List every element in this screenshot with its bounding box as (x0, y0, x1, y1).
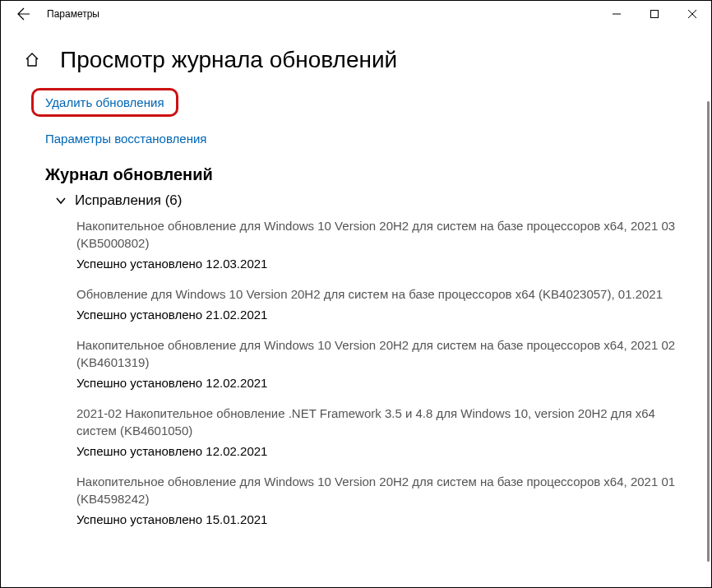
quality-updates-group[interactable]: Исправления (6) (55, 192, 678, 209)
page-header: Просмотр журнала обновлений (1, 47, 711, 73)
back-arrow-icon (17, 7, 30, 21)
group-label: Исправления (6) (75, 192, 182, 209)
action-links: Удалить обновления Параметры восстановле… (1, 88, 711, 146)
update-status: Успешно установлено 15.01.2021 (76, 512, 678, 526)
scrollbar[interactable] (707, 101, 710, 562)
history-heading: Журнал обновлений (45, 165, 678, 184)
update-status: Успешно установлено 21.02.2021 (76, 308, 678, 322)
update-status: Успешно установлено 12.02.2021 (76, 444, 678, 458)
close-button[interactable] (673, 1, 711, 27)
update-title: 2021-02 Накопительное обновление .NET Fr… (76, 405, 678, 439)
uninstall-updates-link[interactable]: Удалить обновления (31, 88, 178, 117)
content-area: Просмотр журнала обновлений Удалить обно… (1, 27, 711, 587)
close-icon (688, 10, 696, 18)
maximize-button[interactable] (636, 1, 673, 27)
home-icon[interactable] (24, 52, 40, 68)
update-item: Накопительное обновление для Windows 10 … (76, 336, 678, 390)
recovery-options-link[interactable]: Параметры восстановления (45, 132, 711, 146)
minimize-icon (613, 10, 621, 18)
update-history-section: Журнал обновлений Исправления (6) Накопи… (1, 165, 711, 526)
update-item: Накопительное обновление для Windows 10 … (76, 217, 678, 271)
maximize-icon (650, 10, 659, 18)
update-item: Накопительное обновление для Windows 10 … (76, 473, 678, 526)
update-title: Накопительное обновление для Windows 10 … (76, 473, 678, 507)
minimize-button[interactable] (598, 1, 636, 27)
updates-list: Накопительное обновление для Windows 10 … (45, 217, 678, 526)
update-item: 2021-02 Накопительное обновление .NET Fr… (76, 405, 678, 458)
titlebar: Параметры (1, 1, 711, 27)
update-title: Накопительное обновление для Windows 10 … (76, 217, 678, 252)
update-title: Обновление для Windows 10 Version 20H2 д… (76, 285, 678, 303)
window-title: Параметры (47, 8, 598, 20)
svg-rect-0 (651, 11, 659, 18)
page-title: Просмотр журнала обновлений (60, 47, 397, 73)
window-controls (598, 1, 711, 27)
update-title: Накопительное обновление для Windows 10 … (76, 336, 678, 371)
update-item: Обновление для Windows 10 Version 20H2 д… (76, 285, 678, 322)
chevron-down-icon (55, 195, 67, 206)
update-status: Успешно установлено 12.02.2021 (76, 376, 678, 390)
update-status: Успешно установлено 12.03.2021 (76, 257, 678, 271)
back-button[interactable] (7, 1, 40, 27)
